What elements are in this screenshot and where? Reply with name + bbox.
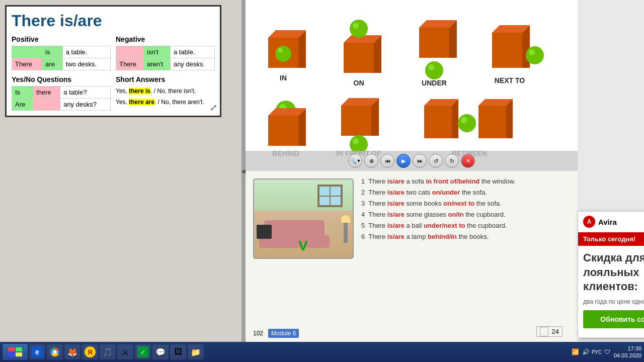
svg-marker-22 bbox=[268, 116, 298, 146]
tray-icons: 📶 🔊 РУС 🛡 bbox=[571, 347, 612, 356]
explorer-button[interactable]: 📁 bbox=[188, 344, 204, 359]
rotate-left-icon: ↺ bbox=[434, 158, 438, 164]
media-player-icon: 🎵 bbox=[102, 346, 113, 357]
messenger-icon: 💬 bbox=[155, 346, 166, 357]
ie-button[interactable]: e bbox=[29, 344, 45, 359]
neg-cell: aren't bbox=[144, 58, 171, 70]
yesno-cell: any desks? bbox=[60, 99, 111, 111]
prep-on-label: ON bbox=[354, 79, 364, 87]
tray-time-value: 17:30 bbox=[614, 345, 641, 352]
expand-icon[interactable]: ⤢ bbox=[210, 102, 217, 113]
rotate-right-button[interactable]: ↻ bbox=[445, 154, 459, 168]
pos-cell: a table. bbox=[62, 46, 110, 58]
short-answer-1: Yes, there is. / No, there isn't. bbox=[116, 86, 215, 97]
pos-cell: There bbox=[12, 58, 42, 70]
close-icon: ✕ bbox=[466, 158, 470, 164]
window-pane bbox=[319, 186, 330, 196]
yesno-label: Yes/No Questions bbox=[12, 75, 111, 83]
photos-button[interactable]: 🖼 bbox=[170, 344, 186, 359]
next-button[interactable]: ⏭ bbox=[413, 154, 427, 168]
short-section: Short Answers Yes, there is. / No, there… bbox=[116, 75, 215, 111]
exercise-item-5: 5 There is/are a ball under/next to the … bbox=[361, 220, 568, 231]
svg-point-19 bbox=[529, 49, 535, 55]
avira-body: Скидка для лояльных клиентов: два года п… bbox=[578, 246, 644, 337]
main-content: There is/are Positive is a table. There … bbox=[0, 0, 644, 342]
positive-label: Positive bbox=[12, 35, 111, 43]
neg-cell: any desks. bbox=[170, 58, 214, 70]
rotate-right-icon: ↻ bbox=[450, 158, 454, 164]
tv bbox=[257, 225, 272, 239]
tray-date-value: 04.03.2020 bbox=[614, 352, 641, 359]
pos-cell: is bbox=[42, 46, 63, 58]
ie-letter: e bbox=[35, 348, 39, 356]
svg-point-13 bbox=[425, 61, 443, 79]
negative-section: Negative isn't a table. There aren't any… bbox=[116, 35, 215, 70]
unknown2-button[interactable]: ✓ bbox=[135, 344, 151, 359]
pos-cell: two desks. bbox=[62, 58, 110, 70]
prep-next-to-label: NEXT TO bbox=[495, 76, 525, 84]
start-button[interactable] bbox=[3, 344, 28, 360]
unknown2-icon: ✓ bbox=[137, 346, 148, 357]
svg-point-8 bbox=[350, 20, 368, 38]
svg-marker-30 bbox=[424, 106, 452, 138]
svg-point-9 bbox=[353, 23, 359, 29]
svg-rect-39 bbox=[16, 347, 22, 351]
yesno-table: Is there a table? Are any desks? bbox=[12, 86, 111, 111]
yesno-cell: Are bbox=[12, 99, 33, 111]
lamp-shade bbox=[341, 215, 350, 223]
prep-next-to: NEXT TO bbox=[492, 25, 544, 84]
negative-table: isn't a table. There aren't any desks. bbox=[116, 46, 215, 70]
neg-cell bbox=[116, 46, 144, 58]
avira-today-bar: Только сегодня! bbox=[578, 232, 644, 246]
prep-on: ON bbox=[344, 20, 381, 87]
tray-volume-icon: 🔊 bbox=[582, 347, 591, 356]
exercise-item-4: 4 There is/are some glasses on/in the cu… bbox=[361, 209, 568, 220]
svg-marker-5 bbox=[344, 43, 374, 73]
table-row: There are two desks. bbox=[12, 58, 111, 70]
search-button[interactable]: 🔍 ▼ bbox=[348, 154, 362, 168]
neg-cell: a table. bbox=[170, 46, 214, 58]
prep-under: UNDER bbox=[419, 20, 457, 87]
highlight-there-are: there are bbox=[129, 99, 154, 106]
svg-marker-37 bbox=[506, 99, 513, 138]
negative-label: Negative bbox=[116, 35, 215, 43]
exercise-item-1: 1 There is/are a sofa in front of/behind… bbox=[361, 176, 568, 187]
exercise-item-6: 6 There is/are a lamp behind/in the book… bbox=[361, 231, 568, 242]
avira-header: A Avira ✕ bbox=[578, 212, 644, 232]
ie-icon: e bbox=[32, 346, 43, 357]
svg-marker-35 bbox=[478, 106, 506, 138]
rotate-left-button[interactable]: ↺ bbox=[429, 154, 443, 168]
short-answer-2: Yes, there are. / No, there aren't. bbox=[116, 97, 215, 108]
prev-button[interactable]: ⏮ bbox=[380, 154, 394, 168]
svg-rect-40 bbox=[8, 352, 15, 356]
close-button[interactable]: ✕ bbox=[461, 154, 475, 168]
avira-icon: A bbox=[583, 216, 595, 228]
table-row: isn't a table. bbox=[116, 46, 215, 58]
svg-rect-38 bbox=[8, 347, 15, 351]
chrome-icon bbox=[49, 346, 60, 357]
unknown1-icon: ⚔ bbox=[120, 346, 131, 357]
table-row: There aren't any desks. bbox=[116, 58, 215, 70]
media-player-button[interactable]: 🎵 bbox=[100, 344, 116, 359]
avira-description: два года по цене одного bbox=[583, 298, 644, 305]
svg-marker-15 bbox=[492, 33, 522, 68]
cursor-button[interactable]: ⊕ bbox=[364, 154, 378, 168]
avira-update-button[interactable]: Обновить со скидкой bbox=[583, 310, 644, 328]
page-box bbox=[540, 327, 548, 336]
yandex-button[interactable]: Я bbox=[82, 344, 98, 359]
svg-point-4 bbox=[278, 48, 283, 53]
firefox-button[interactable]: 🦊 bbox=[64, 344, 80, 359]
chrome-button[interactable] bbox=[47, 344, 63, 359]
svg-point-3 bbox=[275, 46, 291, 62]
play-icon: ▶ bbox=[401, 158, 406, 164]
avira-title: Скидка для лояльных клиентов: bbox=[583, 251, 644, 293]
divider[interactable]: ◀ bbox=[242, 0, 246, 342]
left-panel: There is/are Positive is a table. There … bbox=[0, 0, 242, 342]
tray-clock: 17:30 04.03.2020 bbox=[614, 345, 641, 359]
play-button[interactable]: ▶ bbox=[396, 154, 411, 168]
middle-panel: IN ON bbox=[246, 0, 578, 342]
right-panel: A Avira ✕ Только сегодня! Скидка для лоя… bbox=[578, 0, 644, 342]
messenger-button[interactable]: 💬 bbox=[152, 344, 169, 359]
unknown1-button[interactable]: ⚔ bbox=[117, 344, 133, 359]
yesno-cell: a table? bbox=[60, 86, 111, 99]
